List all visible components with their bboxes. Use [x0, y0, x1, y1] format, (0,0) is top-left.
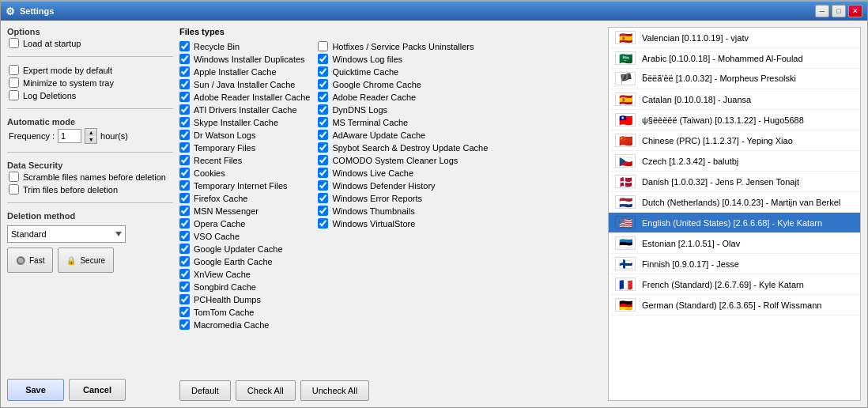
checkbox-item[interactable]: Windows Defender History [318, 180, 488, 191]
file-type-checkbox[interactable] [318, 193, 328, 203]
frequency-input[interactable] [58, 129, 81, 143]
checkbox-item[interactable]: MSN Messenger [179, 206, 310, 216]
language-item[interactable]: 🇺🇸English (United States) [2.6.6.68] - K… [609, 213, 860, 233]
log-deletions-checkbox[interactable] [9, 90, 19, 100]
language-item[interactable]: 🇨🇿Czech [1.2.3.42] - balutbj [609, 151, 860, 172]
file-type-checkbox[interactable] [318, 130, 328, 140]
language-item[interactable]: 🇪🇪Estonian [2.1.0.51] - Olav [609, 233, 860, 254]
checkbox-item[interactable]: AdAware Update Cache [318, 130, 488, 140]
expert-mode-checkbox[interactable] [9, 65, 19, 75]
checkbox-item[interactable]: VSO Cache [179, 231, 310, 241]
checkbox-item[interactable]: Google Earth Cache [179, 256, 310, 266]
checkbox-item[interactable]: Windows VirtualStore [318, 218, 488, 229]
checkbox-item[interactable]: COMODO System Cleaner Logs [318, 155, 488, 165]
language-item[interactable]: 🇳🇱Dutch (Netherlands) [0.14.0.23] - Mart… [609, 192, 860, 213]
minimize-button[interactable]: ─ [815, 5, 829, 17]
checkbox-item[interactable]: Apple Installer Cache [179, 66, 310, 77]
file-type-checkbox[interactable] [318, 155, 328, 165]
minimize-tray-row[interactable]: Minimize to system tray [9, 77, 173, 88]
checkbox-item[interactable]: TomTom Cache [179, 307, 310, 317]
file-type-checkbox[interactable] [179, 206, 190, 216]
spinner-down[interactable]: ▼ [85, 136, 96, 143]
checkbox-item[interactable]: PCHealth Dumps [179, 294, 310, 304]
file-type-checkbox[interactable] [179, 281, 190, 292]
file-type-checkbox[interactable] [179, 319, 190, 330]
expert-mode-row[interactable]: Expert mode by default [9, 65, 173, 75]
uncheck-all-button[interactable]: Uncheck All [300, 380, 369, 401]
language-item[interactable]: 🇨🇳Chinese (PRC) [1.1.2.37] - Yeping Xiao [609, 130, 860, 151]
minimize-tray-checkbox[interactable] [9, 77, 19, 88]
checkbox-item[interactable]: Skype Installer Cache [179, 117, 310, 127]
language-item[interactable]: 🇫🇷French (Standard) [2.6.7.69] - Kyle Ka… [609, 274, 860, 295]
file-type-checkbox[interactable] [179, 117, 190, 127]
checkbox-item[interactable]: Windows Log files [318, 54, 488, 64]
language-item[interactable]: 🇫🇮Finnish [0.9.0.17] - Jesse [609, 254, 860, 274]
language-item[interactable]: 🇩🇪German (Standard) [2.6.3.65] - Rolf Wi… [609, 295, 860, 315]
file-type-checkbox[interactable] [318, 41, 328, 51]
load-startup-row[interactable]: Load at startup [9, 38, 173, 48]
checkbox-item[interactable]: Adobe Reader Installer Cache [179, 92, 310, 102]
file-type-checkbox[interactable] [179, 307, 190, 317]
default-button[interactable]: Default [179, 380, 231, 401]
file-type-checkbox[interactable] [318, 104, 328, 115]
secure-button[interactable]: 🔒 Secure [58, 247, 114, 273]
file-type-checkbox[interactable] [179, 66, 190, 77]
check-all-button[interactable]: Check All [236, 380, 296, 401]
file-type-checkbox[interactable] [179, 244, 190, 254]
save-button[interactable]: Save [7, 379, 64, 401]
log-deletions-row[interactable]: Log Deletions [9, 90, 173, 100]
spinner-up[interactable]: ▲ [85, 129, 96, 136]
file-type-checkbox[interactable] [179, 79, 190, 89]
file-type-checkbox[interactable] [179, 104, 190, 115]
language-item[interactable]: 🇹🇼ψ§ëèëëë (Taiwan) [0.13.1.22] - Hugo568… [609, 110, 860, 130]
checkbox-item[interactable]: Spybot Search & Destroy Update Cache [318, 142, 488, 153]
checkbox-item[interactable]: DynDNS Logs [318, 104, 488, 115]
checkbox-item[interactable]: Windows Thumbnails [318, 206, 488, 216]
scramble-row[interactable]: Scramble files names before deletion [9, 172, 173, 182]
file-type-checkbox[interactable] [318, 168, 328, 178]
fast-button[interactable]: 🔘 Fast [7, 247, 53, 273]
checkbox-item[interactable]: Songbird Cache [179, 281, 310, 292]
file-type-checkbox[interactable] [179, 142, 190, 153]
file-type-checkbox[interactable] [318, 79, 328, 89]
checkbox-item[interactable]: Cookies [179, 168, 310, 178]
file-type-checkbox[interactable] [179, 256, 190, 266]
checkbox-item[interactable]: Windows Error Reports [318, 193, 488, 203]
language-item[interactable]: 🏴ƃëëã'ëë [1.0.0.32] - Morpheus Presolski [609, 69, 860, 89]
checkbox-item[interactable]: Temporary Internet Files [179, 180, 310, 191]
deletion-method-select[interactable]: Standard [7, 225, 126, 243]
file-type-checkbox[interactable] [318, 218, 328, 229]
checkbox-item[interactable]: Sun / Java Installer Cache [179, 79, 310, 89]
file-type-checkbox[interactable] [179, 92, 190, 102]
checkbox-item[interactable]: Dr Watson Logs [179, 130, 310, 140]
checkbox-item[interactable]: Temporary Files [179, 142, 310, 153]
checkbox-item[interactable]: Macromedia Cache [179, 319, 310, 330]
checkbox-item[interactable]: Google Updater Cache [179, 244, 310, 254]
scramble-checkbox[interactable] [9, 172, 19, 182]
checkbox-item[interactable]: Recycle Bin [179, 41, 310, 51]
checkbox-item[interactable]: XnView Cache [179, 269, 310, 279]
checkbox-item[interactable]: MS Terminal Cache [318, 117, 488, 127]
checkbox-item[interactable]: Windows Installer Duplicates [179, 54, 310, 64]
maximize-button[interactable]: □ [832, 5, 846, 17]
file-type-checkbox[interactable] [179, 294, 190, 304]
file-type-checkbox[interactable] [179, 180, 190, 191]
cancel-button[interactable]: Cancel [69, 379, 126, 401]
file-type-checkbox[interactable] [179, 155, 190, 165]
load-startup-checkbox[interactable] [9, 38, 19, 48]
file-type-checkbox[interactable] [179, 218, 190, 229]
file-type-checkbox[interactable] [318, 92, 328, 102]
language-item[interactable]: 🇩🇰Danish [1.0.0.32] - Jens P. Jensen Ton… [609, 172, 860, 192]
language-item[interactable]: 🇪🇸Catalan [0.10.0.18] - Juansa [609, 89, 860, 110]
file-type-checkbox[interactable] [179, 41, 190, 51]
language-item[interactable]: 🇪🇸Valencian [0.11.0.19] - vjatv [609, 28, 860, 48]
checkbox-item[interactable]: Opera Cache [179, 218, 310, 229]
checkbox-item[interactable]: Windows Live Cache [318, 168, 488, 178]
file-type-checkbox[interactable] [318, 180, 328, 191]
close-button[interactable]: ✕ [848, 5, 862, 17]
trim-checkbox[interactable] [9, 184, 19, 195]
file-type-checkbox[interactable] [318, 54, 328, 64]
checkbox-item[interactable]: Hotfixes / Service Packs Uninstallers [318, 41, 488, 51]
file-type-checkbox[interactable] [318, 66, 328, 77]
file-type-checkbox[interactable] [179, 168, 190, 178]
